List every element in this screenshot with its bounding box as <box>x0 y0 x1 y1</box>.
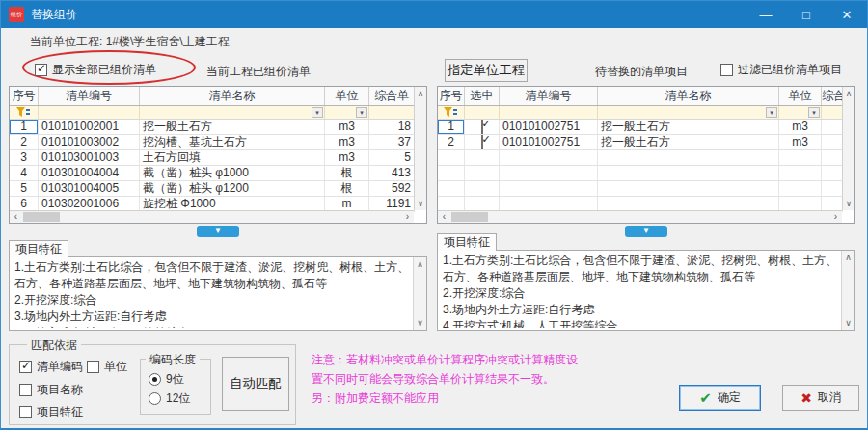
scroll-right-icon[interactable]: › <box>829 211 842 223</box>
col-no[interactable]: 序号 <box>438 87 465 105</box>
scroll-down-icon[interactable]: ∨ <box>415 198 426 209</box>
cell-price[interactable]: 413 <box>369 166 415 180</box>
filter-cell[interactable]: ▾ <box>140 106 325 119</box>
cell-unit[interactable]: m3 <box>325 120 369 134</box>
tab-feature-left[interactable]: 项目特征 <box>9 240 68 257</box>
filter-cell[interactable]: ▾ <box>779 106 822 119</box>
close-button[interactable]: ✕ <box>827 1 867 28</box>
vertical-scrollbar[interactable]: ∧ ∨ <box>841 251 854 330</box>
cell-unit[interactable]: m <box>325 197 369 211</box>
cell-price[interactable]: 37 <box>369 135 415 149</box>
cell-no[interactable]: 4 <box>10 166 39 180</box>
col-name[interactable]: 清单名称 <box>140 87 325 105</box>
col-unit[interactable]: 单位 <box>325 87 369 105</box>
cell-price[interactable]: 1191 <box>369 197 415 211</box>
scrollbar-thumb[interactable] <box>23 212 60 222</box>
cell-name[interactable]: 旋挖桩 Φ1000 <box>140 197 325 211</box>
cell-code[interactable]: 010103001003 <box>39 150 140 165</box>
scroll-down-icon[interactable]: ∨ <box>414 317 426 329</box>
filter-row[interactable]: ▾ ▾ <box>10 106 415 120</box>
filter-cell[interactable] <box>822 106 843 119</box>
filter-dropdown-icon[interactable]: ▾ <box>808 107 820 118</box>
scroll-up-icon[interactable]: ∧ <box>843 88 854 99</box>
empty-row[interactable] <box>438 181 843 197</box>
cell-name[interactable]: 挖一般土石方 <box>598 135 779 149</box>
horizontal-scrollbar[interactable]: ‹ › <box>10 210 414 223</box>
scroll-up-icon[interactable]: ∧ <box>415 88 426 99</box>
filter-dropdown-icon[interactable]: ▾ <box>766 107 777 118</box>
match-unit-checkbox[interactable]: 单位 <box>87 359 127 375</box>
filter-dropdown-icon[interactable]: ▾ <box>356 107 367 118</box>
scroll-down-icon[interactable]: ∨ <box>843 198 854 209</box>
cell-no[interactable]: 3 <box>10 150 39 165</box>
col-selected[interactable]: 选中 <box>465 87 500 105</box>
show-all-priced-checkbox[interactable]: 显示全部已组价清单 <box>35 62 156 78</box>
cell-price[interactable]: 5 <box>369 150 415 165</box>
cell-name[interactable]: 土石方回填 <box>140 150 325 165</box>
cell-no[interactable]: 6 <box>10 197 39 211</box>
table-row[interactable]: 3 010103001003 土石方回填 m3 5 <box>10 150 415 166</box>
cell-unit[interactable]: m3 <box>779 120 822 134</box>
cell-name[interactable]: 截（凿）桩头 φ1200 <box>140 181 325 196</box>
cell-selected[interactable] <box>465 135 500 149</box>
match-item-feature-checkbox[interactable]: 项目特征 <box>19 404 83 420</box>
filter-row[interactable]: ▾ ▾ <box>438 106 843 120</box>
cell-price[interactable]: 18 <box>369 120 415 134</box>
auto-match-button[interactable]: 自动匹配 <box>222 357 289 411</box>
cell-name[interactable]: 挖一般土石方 <box>598 120 779 134</box>
collapse-right-panel-button[interactable]: ▼ <box>625 226 667 237</box>
scroll-down-icon[interactable]: ∨ <box>842 317 854 329</box>
cell-no[interactable]: 2 <box>10 135 39 149</box>
cell-name[interactable]: 截（凿）桩头 φ1000 <box>140 166 325 180</box>
cell-code[interactable]: 010101002001 <box>39 120 140 134</box>
filter-icon-cell[interactable] <box>438 106 465 119</box>
cell-unit[interactable]: m3 <box>325 135 369 149</box>
vertical-scrollbar[interactable]: ∧ ∨ <box>414 87 426 210</box>
table-row[interactable]: 1 010101002751 挖一般土石方 m3 <box>438 120 843 135</box>
col-price[interactable]: 综合 <box>822 87 843 105</box>
col-code[interactable]: 清单编号 <box>39 87 140 105</box>
scroll-left-icon[interactable]: ‹ <box>438 211 450 223</box>
table-row[interactable]: 1 010101002001 挖一般土石方 m3 18 <box>10 120 415 135</box>
filter-cell[interactable] <box>369 106 415 119</box>
scroll-left-icon[interactable]: ‹ <box>10 211 22 223</box>
cell-unit[interactable]: m3 <box>779 135 822 149</box>
table-row[interactable]: 2 010101002751 挖一般土石方 m3 <box>438 135 843 150</box>
vertical-scrollbar[interactable]: ∧ ∨ <box>842 87 854 210</box>
code-length-12-radio[interactable]: 12位 <box>149 390 190 407</box>
col-unit[interactable]: 单位 <box>779 87 822 105</box>
cell-no[interactable]: 1 <box>438 120 465 134</box>
cell-unit[interactable]: 根 <box>325 166 369 180</box>
table-row[interactable]: 5 010301004005 截（凿）桩头 φ1200 根 592 <box>10 181 415 197</box>
vertical-scrollbar[interactable]: ∧ ∨ <box>413 257 426 330</box>
col-price[interactable]: 综合单 <box>369 87 415 105</box>
match-list-code-checkbox[interactable]: 清单编码 <box>19 359 83 375</box>
filter-icon-cell[interactable] <box>10 106 39 119</box>
filter-cell[interactable]: ▾ <box>598 106 779 119</box>
cell-no[interactable]: 1 <box>10 120 39 134</box>
cell-code[interactable]: 010301004004 <box>39 166 140 180</box>
filter-priced-items-checkbox[interactable]: 过滤已组价清单项目 <box>720 62 842 78</box>
table-row[interactable]: 4 010301004004 截（凿）桩头 φ1000 根 413 <box>10 166 415 181</box>
empty-row[interactable] <box>438 150 843 166</box>
checked-checkbox-icon[interactable] <box>481 135 483 149</box>
ok-button[interactable]: ✔ 确定 <box>679 385 761 411</box>
cell-name[interactable]: 挖一般土石方 <box>140 120 325 134</box>
col-name[interactable]: 清单名称 <box>598 87 779 105</box>
scroll-up-icon[interactable]: ∧ <box>414 258 426 270</box>
cell-price[interactable] <box>822 120 843 134</box>
cancel-button[interactable]: ✖ 取消 <box>782 385 859 411</box>
cell-price[interactable] <box>822 135 843 149</box>
minimize-button[interactable]: — <box>746 1 786 28</box>
table-row[interactable]: 2 010101003002 挖沟槽、基坑土石方 m3 37 <box>10 135 415 150</box>
cell-code[interactable]: 010101003002 <box>39 135 140 149</box>
cell-code[interactable]: 010301004005 <box>39 181 140 196</box>
cell-price[interactable]: 592 <box>369 181 415 196</box>
tab-feature-right[interactable]: 项目特征 <box>437 233 497 251</box>
cell-no[interactable]: 5 <box>10 181 39 196</box>
checked-checkbox-icon[interactable] <box>481 120 483 134</box>
collapse-left-panel-button[interactable]: ▼ <box>197 226 239 237</box>
cell-name[interactable]: 挖沟槽、基坑土石方 <box>140 135 325 149</box>
col-no[interactable]: 序号 <box>10 87 39 105</box>
filter-dropdown-icon[interactable]: ▾ <box>312 107 323 118</box>
